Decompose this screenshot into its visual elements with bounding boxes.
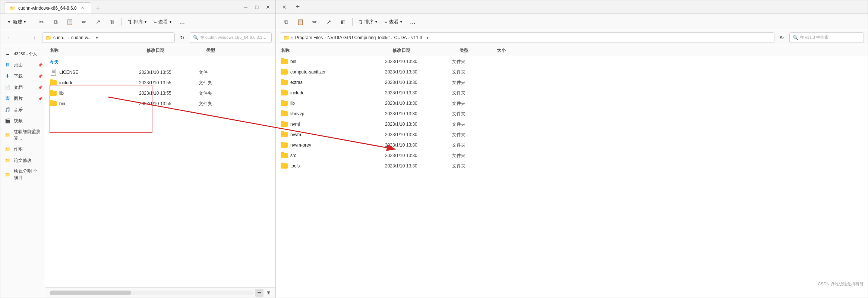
close-button[interactable]: ✕ xyxy=(263,3,272,12)
sidebar-item-desktop[interactable]: 🖥 桌面 📌 xyxy=(0,59,45,70)
more-button[interactable]: ... xyxy=(176,16,189,28)
sidebar-downloads-label: 下载 xyxy=(14,73,23,79)
left-horizontal-scrollbar[interactable] xyxy=(50,291,254,295)
left-file-panel: 名称 修改日期 类型 今天 LICENSE 2023/1/10 13:55 文件 xyxy=(45,45,275,298)
maximize-button[interactable]: □ xyxy=(252,3,261,12)
refresh-button[interactable]: ↻ xyxy=(177,32,187,43)
file-row-bin[interactable]: bin 2023/1/10 13:55 文件夹 xyxy=(45,98,275,109)
right-title-bar: ✕ + xyxy=(276,0,868,14)
file-label-bin: bin xyxy=(59,101,65,106)
sidebar-videos-label: 视频 xyxy=(14,118,23,124)
list-view-icon[interactable]: ☰ xyxy=(255,289,263,297)
left-tab-close[interactable]: ✕ xyxy=(80,5,86,11)
file-date-bin: 2023/1/10 13:55 xyxy=(139,101,199,106)
left-search-box[interactable]: 🔍 在 cudnn-windows-x86_64-8.6.0.163_cuda1… xyxy=(190,32,272,43)
right-file-name-include: include xyxy=(281,90,385,96)
right-folder-icon-extras xyxy=(281,79,288,86)
path-dropdown-arrow[interactable]: ▾ xyxy=(93,33,101,43)
right-tab-add[interactable]: + xyxy=(293,2,303,12)
right-file-row-nvml[interactable]: nvml 2023/1/10 13:30 文件夹 xyxy=(276,119,868,129)
left-address-bar: ← → ↑ 📁 cudn... › cudnn-w... ▾ ↻ 🔍 在 cud… xyxy=(0,30,275,45)
sidebar-item-documents[interactable]: 📄 文档 📌 xyxy=(0,82,45,93)
path-part-1[interactable]: cudn... xyxy=(53,35,67,40)
right-file-row-nvvm[interactable]: nvvm 2023/1/10 13:30 文件夹 xyxy=(276,129,868,140)
right-file-row-libnvvp[interactable]: libnvvp 2023/1/10 13:30 文件夹 xyxy=(276,109,868,119)
right-path-sep-0: « xyxy=(291,35,294,40)
right-copy-button[interactable]: ⧉ xyxy=(280,16,293,28)
sidebar-item-honggui[interactable]: 📁 红轨智能监测算... xyxy=(0,126,45,144)
file-name-bin: bin xyxy=(50,100,139,107)
delete-button[interactable]: 🗑 xyxy=(106,16,119,28)
more-label: ... xyxy=(179,18,185,26)
right-window: ✕ + ⧉ 📋 ✏ ↗ 🗑 ⇅ 排序 ▾ ≡ 查看 ▾ ... 📁 « Prog… xyxy=(276,0,868,298)
back-button[interactable]: ← xyxy=(4,32,15,43)
sidebar-cloud[interactable]: ☁ 43280 - 个人 xyxy=(0,48,45,59)
right-path-part-4[interactable]: v11.3 xyxy=(411,35,422,40)
right-file-date-nvvm: 2023/1/10 13:30 xyxy=(385,132,452,137)
sidebar-item-music[interactable]: 🎵 音乐 xyxy=(0,104,45,115)
right-file-row-extras[interactable]: extras 2023/1/10 13:30 文件夹 xyxy=(276,77,868,88)
minimize-button[interactable]: ─ xyxy=(241,3,250,12)
path-part-2[interactable]: cudnn-w... xyxy=(71,35,92,40)
right-close-button[interactable]: ✕ xyxy=(280,3,289,12)
rename-button[interactable]: ✏ xyxy=(78,16,90,28)
right-file-row-tools[interactable]: tools 2023/1/10 13:30 文件夹 xyxy=(276,161,868,171)
right-file-row-lib[interactable]: lib 2023/1/10 13:30 文件夹 xyxy=(276,98,868,109)
right-view-button[interactable]: ≡ 查看 ▾ xyxy=(382,16,405,28)
right-file-row-bin[interactable]: bin 2023/1/10 13:30 文件夹 xyxy=(276,56,868,67)
right-folder-icon-cs xyxy=(281,69,288,75)
right-sort-label: 排序 xyxy=(364,19,374,25)
left-window-controls: ─ □ ✕ xyxy=(241,0,275,13)
cut-button[interactable]: ✂ xyxy=(35,16,48,28)
right-more-button[interactable]: ... xyxy=(407,16,419,28)
folder-icon-lib xyxy=(50,90,57,97)
forward-button[interactable]: → xyxy=(17,32,27,43)
left-path-box[interactable]: 📁 cudn... › cudnn-w... ▾ xyxy=(42,32,175,43)
right-path-part-1[interactable]: Program Files xyxy=(295,35,323,40)
new-button[interactable]: ✦ 新建 ▾ xyxy=(4,16,29,28)
file-row-license[interactable]: LICENSE 2023/1/10 13:55 文件 xyxy=(45,67,275,78)
sidebar-item-lunwen[interactable]: 📁 论文修改 xyxy=(0,155,45,166)
right-path-part-3[interactable]: CUDA xyxy=(394,35,407,40)
left-tab-add[interactable]: + xyxy=(93,3,103,13)
header-type: 类型 xyxy=(206,47,243,54)
right-file-date-src: 2023/1/10 13:30 xyxy=(385,153,452,158)
file-type-bin: 文件夹 xyxy=(199,101,236,107)
right-search-box[interactable]: 🔍 在 v11.3 中搜索 xyxy=(789,32,864,43)
copy-button[interactable]: ⧉ xyxy=(49,16,62,28)
sort-button[interactable]: ⇅ 排序 ▾ xyxy=(125,16,149,28)
right-delete-button[interactable]: 🗑 xyxy=(337,16,349,28)
right-refresh-button[interactable]: ↻ xyxy=(777,32,787,43)
right-content-area: 名称 修改日期 类型 大小 bin 2023/1/10 13:30 文件夹 xyxy=(276,45,868,298)
left-tab[interactable]: 📁 cudnn-windows-x86_64-8.6.0 ✕ xyxy=(4,2,91,13)
folder-icon-lunwen: 📁 xyxy=(4,157,11,164)
sidebar-item-tiegui[interactable]: 📁 铁轨分割 个项目 xyxy=(0,166,45,183)
pin-icon-desktop: 📌 xyxy=(38,63,42,67)
right-share-button[interactable]: ↗ xyxy=(322,16,335,28)
file-name-lib: lib xyxy=(50,90,139,97)
right-path-dropdown-arrow[interactable]: ▾ xyxy=(424,33,431,43)
right-paste-button[interactable]: 📋 xyxy=(294,16,307,28)
paste-button[interactable]: 📋 xyxy=(63,16,76,28)
view-button[interactable]: ≡ 查看 ▾ xyxy=(151,16,174,28)
right-file-row-include[interactable]: include 2023/1/10 13:30 文件夹 xyxy=(276,88,868,98)
right-path-part-2[interactable]: NVIDIA GPU Computing Toolkit xyxy=(327,35,389,40)
file-row-include[interactable]: include 2023/1/10 13:55 文件夹 xyxy=(45,78,275,88)
grid-view-icon[interactable]: ⊞ xyxy=(264,289,272,297)
sidebar-item-zuotu[interactable]: 📁 作图 xyxy=(0,144,45,155)
right-file-row-src[interactable]: src 2023/1/10 13:30 文件夹 xyxy=(276,150,868,161)
right-rename-button[interactable]: ✏ xyxy=(308,16,321,28)
up-button[interactable]: ↑ xyxy=(29,32,40,43)
right-file-name-nvml: nvml xyxy=(281,121,385,128)
videos-icon: 🎬 xyxy=(4,117,11,124)
sidebar-item-videos[interactable]: 🎬 视频 xyxy=(0,115,45,126)
file-row-lib[interactable]: lib 2023/1/10 13:55 文件夹 xyxy=(45,88,275,98)
sidebar-item-pictures[interactable]: 🖼 图片 📌 xyxy=(0,93,45,104)
right-file-row-compute-sanitizer[interactable]: compute-sanitizer 2023/1/10 13:30 文件夹 xyxy=(276,67,868,77)
share-button[interactable]: ↗ xyxy=(92,16,104,28)
right-file-row-nvvm-prev[interactable]: nvvm-prev 2023/1/10 13:30 文件夹 xyxy=(276,140,868,150)
right-sort-button[interactable]: ⇅ 排序 ▾ xyxy=(356,16,380,28)
folder-icon-honggui: 📁 xyxy=(4,132,11,138)
right-path-box[interactable]: 📁 « Program Files › NVIDIA GPU Computing… xyxy=(280,32,774,43)
sidebar-item-downloads[interactable]: ⬇ 下载 📌 xyxy=(0,70,45,82)
